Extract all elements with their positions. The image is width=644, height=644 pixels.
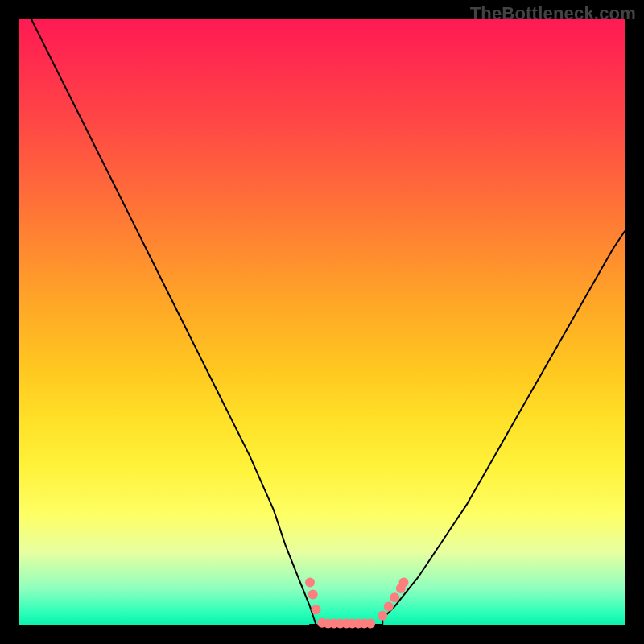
data-marker — [308, 589, 318, 599]
data-marker — [384, 601, 394, 611]
chart-frame: TheBottleneck.com — [0, 0, 644, 644]
data-marker — [399, 577, 409, 587]
marker-group — [305, 577, 409, 628]
curve-svg — [19, 19, 625, 625]
data-marker — [365, 619, 375, 629]
watermark-text: TheBottleneck.com — [470, 3, 636, 24]
bottleneck-curve — [31, 19, 625, 625]
data-marker — [312, 605, 321, 614]
data-marker — [390, 592, 399, 602]
plot-area — [19, 19, 625, 625]
data-marker — [305, 577, 315, 587]
data-marker — [378, 611, 387, 621]
